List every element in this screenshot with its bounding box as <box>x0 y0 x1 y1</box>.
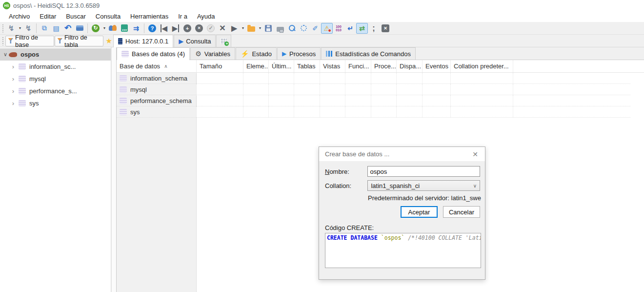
clean-icon[interactable]: ✐ <box>309 23 321 34</box>
binary-view-icon[interactable]: 100 010 <box>333 23 344 34</box>
empty-cell <box>243 95 269 106</box>
csv-export-icon[interactable]: csv <box>119 23 130 34</box>
user-manager-icon[interactable] <box>107 23 119 34</box>
tab-query[interactable]: ▶ Consulta <box>174 35 216 47</box>
run-dropdown-icon[interactable]: ▾ <box>241 26 245 30</box>
tree-item-information-schema[interactable]: › information_sc... <box>0 61 111 73</box>
save-icon[interactable] <box>262 23 274 34</box>
create-code-box[interactable]: CREATE DATABASE `ospos` /*!40100 COLLATE… <box>325 233 481 268</box>
grid-row-mysql[interactable]: mysql <box>117 84 630 95</box>
insert-row-icon[interactable]: + <box>181 23 193 34</box>
tree-item-ospos[interactable]: ∨ ospos <box>0 48 111 61</box>
column-header-eventos[interactable]: Eventos <box>423 60 451 72</box>
status-tab-label: Estado <box>252 50 271 58</box>
refresh-dropdown-icon[interactable]: ▾ <box>102 26 107 30</box>
menu-editar[interactable]: Editar <box>35 12 61 21</box>
dialog-title-bar[interactable]: Crear base de datos ... ✕ <box>319 147 485 161</box>
column-header-vistas[interactable]: Vistas <box>320 60 345 72</box>
column-header-disparadores[interactable]: Dispa... <box>397 60 423 72</box>
collation-select[interactable]: latin1_spanish_ci ∨ <box>367 180 480 191</box>
copy-icon[interactable]: ⧉ <box>39 23 50 34</box>
column-header-tamano[interactable]: Tamaño <box>197 60 243 72</box>
find-again-icon[interactable] <box>298 23 309 34</box>
reformat-sql-icon[interactable]: ⇄ <box>356 23 368 34</box>
column-header-collation[interactable]: Collation predeter... <box>451 60 513 72</box>
chevron-right-icon[interactable]: › <box>10 100 17 107</box>
column-header-procedimientos[interactable]: Proce... <box>371 60 397 72</box>
paste-icon[interactable]: ▤ <box>50 23 62 34</box>
menu-archivo[interactable]: Archivo <box>4 12 35 21</box>
tab-status[interactable]: ⚡ Estado <box>236 47 277 60</box>
menu-consulta[interactable]: Consulta <box>91 12 125 21</box>
tab-variables[interactable]: ⚙ Variables <box>190 47 235 60</box>
chevron-right-icon[interactable]: › <box>10 75 17 83</box>
database-name-input[interactable] <box>367 166 480 177</box>
accept-button[interactable]: Aceptar <box>401 206 438 218</box>
menu-ir-a[interactable]: Ir a <box>173 12 192 21</box>
chevron-down-icon[interactable]: ∨ <box>2 51 9 58</box>
filter-grip[interactable] <box>2 37 4 45</box>
host-tab-label: Host: 127.0.0.1 <box>125 38 168 45</box>
go-last-icon[interactable]: ▶ <box>170 23 181 34</box>
menu-ayuda[interactable]: Ayuda <box>192 12 220 21</box>
tab-host[interactable]: Host: 127.0.0.1 <box>113 35 173 47</box>
chevron-down-icon: ∨ <box>473 183 477 188</box>
database-name-cell: information_schema <box>117 73 197 83</box>
delete-row-icon[interactable]: ✕ <box>193 23 205 34</box>
toolbar-separator <box>144 23 144 33</box>
column-header-elementos[interactable]: Eleme... <box>243 60 269 72</box>
favorites-star-icon[interactable]: ★ <box>106 37 112 45</box>
error-marker-icon[interactable]: ⚠ <box>321 23 333 34</box>
name-label-accel: N <box>325 168 329 175</box>
menu-buscar[interactable]: Buscar <box>61 12 90 21</box>
delimiter-icon[interactable]: ; <box>368 23 380 34</box>
chevron-right-icon[interactable]: › <box>10 87 17 95</box>
empty-cell <box>197 106 243 117</box>
empty-cell <box>423 73 451 83</box>
grid-row-performance-schema[interactable]: performance_schema <box>117 95 630 106</box>
funnel-icon <box>58 38 62 43</box>
tree-item-mysql[interactable]: › mysql <box>0 73 111 85</box>
open-file-icon[interactable] <box>245 23 257 34</box>
column-header-base-de-datos[interactable]: Base de datos∧ <box>117 60 197 72</box>
grid-row-sys[interactable]: sys <box>117 106 630 118</box>
grid-row-information-schema[interactable]: information_schema <box>117 73 630 84</box>
disconnect-icon[interactable]: ↯ <box>22 23 34 34</box>
insert-glyph: + <box>183 24 191 32</box>
database-name-cell: sys <box>117 106 197 117</box>
app-icon: HS <box>3 2 10 9</box>
tab-processes[interactable]: ▶ Procesos <box>277 47 321 60</box>
go-first-icon[interactable]: ◀ <box>158 23 170 34</box>
refresh-icon[interactable]: ↻ <box>90 23 101 34</box>
search-icon[interactable] <box>286 23 298 34</box>
wrap-lines-icon[interactable]: ↵ <box>344 23 356 34</box>
save-snippet-icon[interactable] <box>274 23 286 34</box>
help-icon[interactable]: ? <box>146 23 158 34</box>
stop-icon[interactable]: ✕ <box>380 23 391 34</box>
connect-icon[interactable]: ↯ <box>5 23 17 34</box>
cancel-button[interactable]: Cancelar <box>443 206 480 218</box>
column-header-tablas[interactable]: Tablas <box>294 60 320 72</box>
post-changes-icon[interactable]: ✓ <box>205 23 217 34</box>
column-header-funciones[interactable]: Funci... <box>345 60 371 72</box>
tree-item-performance-schema[interactable]: › performance_s... <box>0 85 111 97</box>
undo-icon[interactable]: ↶ <box>62 23 74 34</box>
close-icon[interactable]: ✕ <box>471 150 479 158</box>
data-flow-icon[interactable]: ⇉ <box>130 23 142 34</box>
tab-new-query[interactable]: + <box>216 35 231 47</box>
tab-databases[interactable]: Bases de datos (4) <box>117 47 190 60</box>
cancel-editing-icon[interactable]: ✕ <box>217 23 228 34</box>
table-filter-button[interactable]: Filtro de tabla <box>55 36 103 46</box>
toolbar-grip[interactable] <box>2 24 4 33</box>
tree-item-sys[interactable]: › sys <box>0 97 111 109</box>
pane-splitter[interactable] <box>111 47 117 292</box>
database-filter-button[interactable]: Filtro de base <box>5 36 54 46</box>
chevron-right-icon[interactable]: › <box>10 63 17 70</box>
column-header-ultima[interactable]: Últim... <box>269 60 294 72</box>
print-icon[interactable] <box>74 23 85 34</box>
tab-command-statistics[interactable]: Estadísticas de Comandos <box>321 47 416 60</box>
run-query-icon[interactable]: ▶ <box>228 23 240 34</box>
open-file-dropdown-icon[interactable]: ▾ <box>258 26 262 30</box>
menu-herramientas[interactable]: Herramientas <box>125 12 173 21</box>
connect-dropdown-icon[interactable]: ▾ <box>18 26 22 30</box>
